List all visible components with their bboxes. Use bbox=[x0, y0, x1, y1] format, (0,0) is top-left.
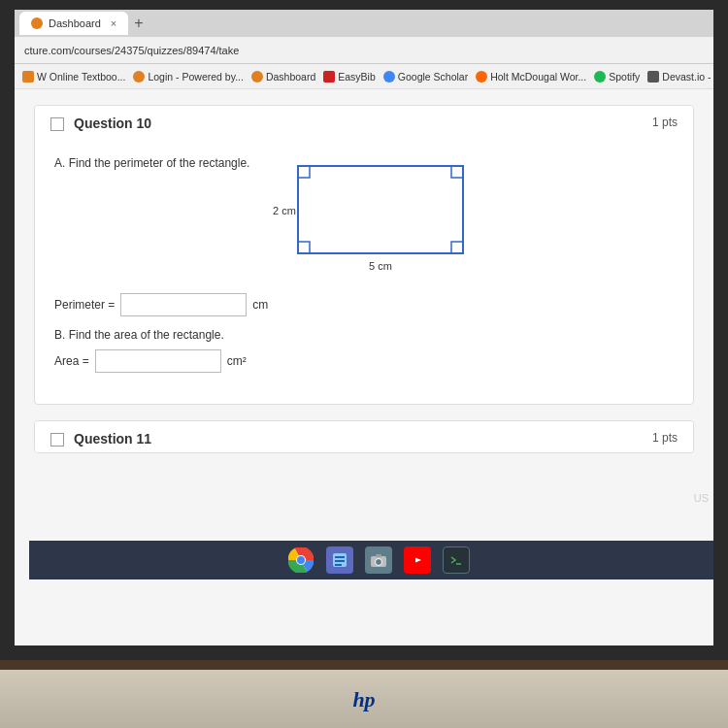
svg-text:2 cm: 2 cm bbox=[274, 205, 297, 216]
area-row: Area = cm² bbox=[54, 349, 674, 373]
question-10-pts: 1 pts bbox=[652, 116, 678, 129]
part-a-label: A. Find the perimeter of the rectangle. bbox=[54, 156, 249, 170]
bookmark-scholar[interactable]: Google Scholar bbox=[383, 71, 468, 83]
bookmark-easybib[interactable]: EasyBib bbox=[323, 71, 376, 83]
question-10-checkbox[interactable] bbox=[50, 117, 64, 131]
tab-title: Dashboard bbox=[49, 17, 101, 29]
active-tab[interactable]: Dashboard × bbox=[19, 12, 128, 35]
question-10-block: Question 10 1 pts A. Find the perimeter … bbox=[34, 105, 694, 405]
bookmark-login-label: Login - Powered by... bbox=[148, 71, 243, 83]
svg-point-5 bbox=[297, 556, 305, 564]
rectangle-diagram: 2 cm 5 cm bbox=[269, 151, 492, 278]
svg-point-11 bbox=[376, 559, 382, 566]
new-tab-button[interactable]: + bbox=[134, 15, 143, 32]
perimeter-label: Perimeter = bbox=[54, 298, 115, 312]
bookmark-textbook-label: W Online Textboo... bbox=[37, 71, 125, 83]
perimeter-unit: cm bbox=[252, 298, 268, 312]
svg-rect-9 bbox=[335, 564, 342, 566]
perimeter-row: Perimeter = cm bbox=[54, 293, 674, 316]
bookmark-login[interactable]: Login - Powered by... bbox=[133, 71, 243, 83]
taskbar: US bbox=[29, 541, 713, 579]
bookmark-spotify-icon bbox=[594, 71, 606, 83]
youtube-icon[interactable] bbox=[404, 546, 431, 574]
bookmark-spotify[interactable]: Spotify bbox=[594, 71, 640, 83]
chrome-icon[interactable] bbox=[287, 546, 314, 574]
url-display: cture.com/courses/24375/quizzes/89474/ta… bbox=[24, 45, 239, 56]
bookmark-spotify-label: Spotify bbox=[609, 71, 640, 83]
bookmark-login-icon bbox=[133, 71, 145, 83]
bookmark-textbook[interactable]: W Online Textboo... bbox=[22, 71, 125, 83]
perimeter-input[interactable] bbox=[120, 293, 247, 316]
files-icon[interactable] bbox=[326, 546, 353, 574]
bookmark-holt[interactable]: Holt McDougal Wor... bbox=[476, 71, 586, 83]
question-11-checkbox[interactable] bbox=[50, 433, 64, 447]
svg-rect-12 bbox=[376, 554, 381, 557]
tab-close-button[interactable]: × bbox=[111, 17, 116, 29]
bookmark-dashboard[interactable]: Dashboard bbox=[251, 71, 315, 83]
tab-favicon bbox=[31, 17, 43, 29]
camera-icon[interactable] bbox=[365, 546, 392, 574]
question-11-pts: 1 pts bbox=[652, 431, 678, 445]
bookmark-easybib-label: EasyBib bbox=[338, 71, 376, 83]
bookmark-devast-label: Devast.io - The Onli... bbox=[662, 71, 713, 83]
svg-rect-0 bbox=[298, 166, 463, 253]
bookmark-scholar-icon bbox=[383, 71, 395, 83]
svg-rect-8 bbox=[335, 560, 345, 562]
bookmark-holt-icon bbox=[476, 71, 487, 83]
bookmark-dashboard-icon bbox=[251, 71, 263, 83]
bookmark-devast-icon bbox=[647, 71, 659, 83]
bookmark-dashboard-label: Dashboard bbox=[266, 71, 315, 83]
locale-indicator: US bbox=[694, 492, 709, 504]
bookmark-devast[interactable]: Devast.io - The Onli... bbox=[647, 71, 713, 83]
hp-logo: hp bbox=[352, 687, 375, 711]
terminal-icon[interactable] bbox=[443, 546, 470, 574]
svg-rect-7 bbox=[335, 556, 345, 558]
question-10-title: Question 10 bbox=[74, 116, 652, 131]
bookmark-scholar-label: Google Scholar bbox=[398, 71, 468, 83]
area-label: Area = bbox=[54, 354, 89, 368]
bookmarks-bar: W Online Textboo... Login - Powered by..… bbox=[15, 64, 713, 89]
bookmark-holt-label: Holt McDougal Wor... bbox=[490, 71, 586, 83]
keyboard-area: hp bbox=[0, 670, 728, 728]
question-11-title: Question 11 bbox=[74, 431, 652, 447]
rectangle-svg: 2 cm 5 cm bbox=[269, 151, 492, 278]
question-11-block: Question 11 1 pts bbox=[34, 420, 694, 453]
area-input[interactable] bbox=[95, 349, 221, 373]
bookmark-textbook-icon bbox=[22, 71, 34, 83]
area-unit: cm² bbox=[227, 354, 247, 368]
part-b-label: B. Find the area of the rectangle. bbox=[54, 328, 674, 342]
bookmark-easybib-icon bbox=[323, 71, 335, 83]
svg-text:5 cm: 5 cm bbox=[370, 260, 393, 272]
